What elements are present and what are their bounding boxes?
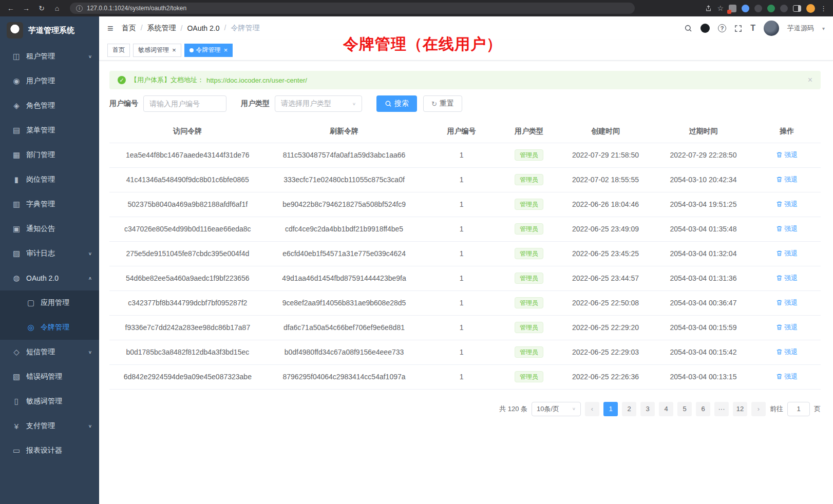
sidebar-item-oauth2[interactable]: ◍ OAuth 2.0 ∧ xyxy=(0,266,99,290)
refresh-token-cell: 811c530487574fa0af1a59d3abc1aa66 xyxy=(266,143,423,167)
force-logout-label: 强退 xyxy=(784,175,798,184)
user-name[interactable]: 芋道源码 xyxy=(787,24,814,33)
help-icon[interactable]: ? xyxy=(718,24,726,32)
force-logout-button[interactable]: 强退 xyxy=(776,200,798,209)
extension-green-icon[interactable] xyxy=(767,5,775,12)
force-logout-button[interactable]: 强退 xyxy=(776,224,798,234)
sidebar-toggle-icon[interactable]: ≡ xyxy=(107,23,113,33)
github-icon[interactable] xyxy=(701,24,710,33)
tab[interactable]: 首页 × xyxy=(107,44,130,57)
sidebar-item-oauth2-token[interactable]: ◎ 令牌管理 xyxy=(0,315,99,340)
force-logout-button[interactable]: 强退 xyxy=(776,274,798,283)
sidebar-item-menu[interactable]: ▤ 菜单管理 xyxy=(0,118,99,143)
alert-close-icon[interactable]: × xyxy=(808,76,812,84)
actions-cell: 强退 xyxy=(753,364,821,389)
tab-close-icon[interactable]: × xyxy=(224,47,228,53)
tab[interactable]: 令牌管理 × xyxy=(184,44,233,57)
page-button[interactable]: 12 xyxy=(733,402,747,416)
user-type-label: 用户类型 xyxy=(241,99,270,108)
sidebar-item-report-designer[interactable]: ▭ 报表设计器 xyxy=(0,438,99,463)
page-button[interactable]: 1 xyxy=(603,402,618,416)
browser-back-button[interactable]: ← xyxy=(4,2,17,14)
sidebar-item-error-code[interactable]: ▧ 错误码管理 xyxy=(0,364,99,389)
breadcrumb-item[interactable]: 令牌管理 xyxy=(220,24,260,33)
breadcrumb-item[interactable]: OAuth 2.0 xyxy=(176,24,220,32)
sidebar-item-role[interactable]: ◈ 角色管理 xyxy=(0,93,99,118)
user-avatar[interactable] xyxy=(764,21,779,36)
sidebar-item-post[interactable]: ▮ 岗位管理 xyxy=(0,167,99,192)
tab-close-icon[interactable]: × xyxy=(172,47,176,53)
table-row: c342377bf8b344799dcbf7bf095287f2 9ce8ef2… xyxy=(109,290,821,315)
sidebar-item-oauth2-app[interactable]: ▢ 应用管理 xyxy=(0,290,99,315)
sidebar-item-sensitive-word[interactable]: ▯ 敏感词管理 xyxy=(0,389,99,414)
page-button[interactable]: 5 xyxy=(677,402,692,416)
search-button[interactable]: 搜索 xyxy=(376,95,417,112)
force-logout-button[interactable]: 强退 xyxy=(776,323,798,332)
sidebar-item-pay[interactable]: ¥ 支付管理 ∨ xyxy=(0,414,99,438)
page-button[interactable]: 2 xyxy=(622,402,636,416)
breadcrumb-item[interactable]: 系统管理 xyxy=(136,24,176,33)
extensions-puzzle-icon[interactable] xyxy=(780,5,788,12)
fullscreen-icon[interactable] xyxy=(734,25,742,32)
force-logout-button[interactable]: 强退 xyxy=(776,150,798,160)
column-header-create-time: 创建时间 xyxy=(558,120,654,143)
breadcrumb-item[interactable]: 首页 xyxy=(122,24,136,33)
extension-badge-icon[interactable] xyxy=(729,5,736,12)
share-icon[interactable] xyxy=(705,5,712,12)
doc-link[interactable]: https://doc.iocoder.cn/user-center/ xyxy=(206,76,307,84)
user-type-cell: 管理员 xyxy=(501,266,558,290)
refresh-token-cell: b0df4980ffd34c67a08f9156e4eee733 xyxy=(266,340,423,364)
user-id-input[interactable] xyxy=(143,95,226,112)
user-type-cell: 管理员 xyxy=(501,290,558,315)
refresh-token-cell: dfa6c71a50a54c66bef706ef9e6e8d81 xyxy=(266,315,423,340)
page-button[interactable]: 6 xyxy=(696,402,710,416)
table-row: 54d6be82ee5a460a9aedc1f9bf223656 49d1aa4… xyxy=(109,266,821,290)
browser-home-button[interactable]: ⌂ xyxy=(50,2,64,14)
browser-address-bar[interactable]: i 127.0.0.1:1024/system/oauth2/token xyxy=(70,3,635,14)
browser-reload-button[interactable]: ↻ xyxy=(35,2,48,14)
browser-profile-avatar[interactable] xyxy=(806,4,815,13)
sidebar-item-sms[interactable]: ◇ 短信管理 ∨ xyxy=(0,340,99,364)
app-logo[interactable]: 芋道管理系统 xyxy=(0,16,99,44)
side-panel-icon[interactable] xyxy=(793,5,801,12)
actions-cell: 强退 xyxy=(753,241,821,266)
bookmark-star-icon[interactable]: ☆ xyxy=(717,4,724,12)
force-logout-button[interactable]: 强退 xyxy=(776,298,798,307)
sidebar-item-audit-log[interactable]: ▨ 审计日志 ∨ xyxy=(0,241,99,266)
sidebar-item-user[interactable]: ◉ 用户管理 xyxy=(0,69,99,93)
font-size-icon[interactable]: T xyxy=(750,24,755,33)
page-size-select[interactable]: 10条/页 ∨ xyxy=(532,402,581,416)
page-button[interactable]: 3 xyxy=(640,402,655,416)
sidebar-item-label: 报表设计器 xyxy=(26,446,92,455)
expire-time-cell: 2054-03-04 01:31:36 xyxy=(653,266,753,290)
sidebar-item-tenant[interactable]: ◫ 租户管理 ∨ xyxy=(0,44,99,69)
user-type-select[interactable]: 请选择用户类型 ∨ xyxy=(275,95,362,112)
force-logout-button[interactable]: 强退 xyxy=(776,372,798,381)
tab[interactable]: 敏感词管理 × xyxy=(133,44,181,57)
refresh-token-cell: e6cfd40eb1f54571a31e775e039c4624 xyxy=(266,241,423,266)
actions-cell: 强退 xyxy=(753,266,821,290)
extension-blue-icon[interactable] xyxy=(742,5,749,12)
force-logout-button[interactable]: 强退 xyxy=(776,347,798,357)
user-type-tag: 管理员 xyxy=(515,248,543,259)
browser-menu-icon[interactable]: ⋮ xyxy=(820,5,827,12)
reset-button[interactable]: ↻ 重置 xyxy=(423,95,462,112)
breadcrumb: 首页 系统管理 OAuth 2.0 令牌管理 xyxy=(122,24,260,33)
page-button[interactable]: 4 xyxy=(659,402,673,416)
search-icon[interactable] xyxy=(684,24,692,32)
site-info-icon[interactable]: i xyxy=(76,5,83,12)
sensitive-word-icon: ▯ xyxy=(10,397,23,406)
user-menu-caret-icon[interactable]: ▾ xyxy=(822,26,825,31)
next-page-button[interactable]: › xyxy=(751,402,766,416)
page-button[interactable]: ··· xyxy=(714,402,729,416)
sidebar-item-dict[interactable]: ▥ 字典管理 xyxy=(0,192,99,217)
goto-page-input[interactable] xyxy=(787,402,810,416)
force-logout-button[interactable]: 强退 xyxy=(776,175,798,184)
extension-dark-icon[interactable] xyxy=(754,5,762,12)
trash-icon xyxy=(776,225,783,232)
sidebar-item-notice[interactable]: ▣ 通知公告 xyxy=(0,217,99,241)
sidebar-item-dept[interactable]: ▦ 部门管理 xyxy=(0,143,99,167)
browser-forward-button[interactable]: → xyxy=(20,2,33,14)
force-logout-button[interactable]: 强退 xyxy=(776,249,798,258)
prev-page-button[interactable]: ‹ xyxy=(585,402,599,416)
